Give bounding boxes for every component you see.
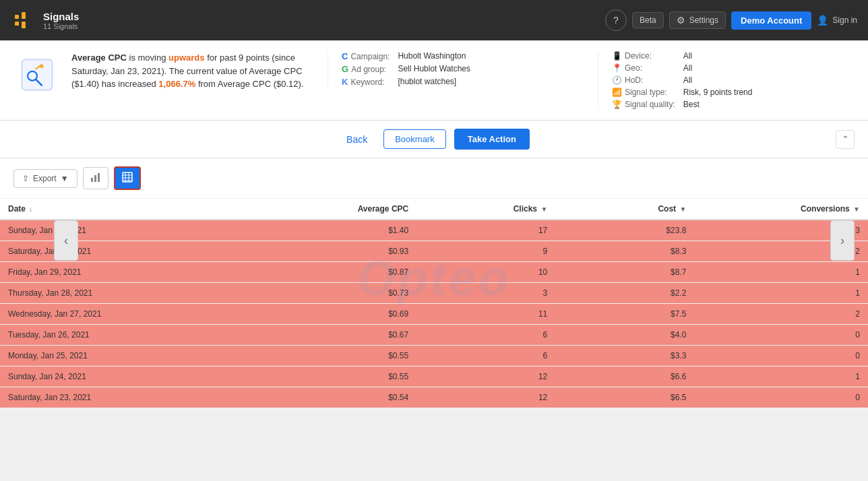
signal-moving-text: is moving (129, 53, 169, 63)
adgroup-label: G Ad group: (342, 64, 390, 74)
cell-cost: $6.6 (555, 366, 694, 387)
table-row: Saturday, Jan 30, 2021 $0.93 9 $8.3 2 (0, 241, 868, 262)
cell-clicks: 6 (416, 325, 555, 346)
bookmark-button[interactable]: Bookmark (383, 129, 446, 149)
svg-rect-0 (15, 15, 19, 19)
sort-cost-icon: ▼ (679, 205, 686, 213)
cell-conversions: 0 (694, 387, 868, 408)
signal-card: Average CPC is moving upwards for past 9… (0, 40, 868, 121)
cell-date: Tuesday, Jan 26, 2021 (0, 325, 243, 346)
keyword-icon: K (342, 77, 348, 87)
signal-type-icon: 📶 (612, 88, 622, 97)
chevron-up-icon: ⌃ (842, 134, 849, 144)
cell-date: Thursday, Jan 28, 2021 (0, 283, 243, 304)
cell-clicks: 3 (416, 283, 555, 304)
signal-type-label: 📶 Signal type: (612, 88, 675, 97)
data-table-wrapper: Date ↓ Average CPC Clicks ▼ Cost ▼ (0, 199, 868, 408)
take-action-button[interactable]: Take Action (454, 129, 530, 150)
cell-clicks: 11 (416, 304, 555, 325)
app-title-main: Signals (43, 11, 79, 22)
svg-rect-9 (94, 175, 96, 182)
signal-trend-direction: upwards (168, 53, 204, 63)
cell-clicks: 6 (416, 346, 555, 366)
chart-icon (90, 172, 101, 185)
help-button[interactable]: ? (605, 9, 627, 31)
signin-label: Sign in (832, 15, 857, 25)
cell-clicks: 12 (416, 366, 555, 387)
device-value: All (683, 51, 855, 61)
export-button[interactable]: ⇧ Export ▼ (13, 169, 78, 188)
col-header-clicks[interactable]: Clicks ▼ (416, 199, 555, 220)
export-chevron-icon: ▼ (61, 174, 69, 183)
table-row: Friday, Jan 29, 2021 $0.87 10 $8.7 1 (0, 262, 868, 283)
cell-conversions: 0 (694, 325, 868, 346)
table-row: Saturday, Jan 23, 2021 $0.54 12 $6.5 0 (0, 387, 868, 408)
hod-value: All (683, 75, 855, 85)
signal-type-value: Risk, 9 points trend (683, 88, 855, 97)
adgroup-icon: G (342, 64, 348, 74)
sort-clicks-icon: ▼ (540, 205, 547, 213)
col-header-conversions[interactable]: Conversions ▼ (694, 199, 868, 220)
cell-date: Monday, Jan 25, 2021 (0, 346, 243, 366)
cell-cost: $4.0 (555, 325, 694, 346)
svg-rect-1 (15, 22, 19, 26)
action-bar: Back Bookmark Take Action ⌃ (0, 121, 868, 158)
signal-description: Average CPC is moving upwards for past 9… (71, 51, 314, 91)
cell-date: Sunday, Jan 24, 2021 (0, 366, 243, 387)
cell-avg-cpc: $0.87 (243, 262, 417, 283)
svg-rect-2 (22, 12, 26, 19)
table-row: Sunday, Jan 31, 2021 $1.40 17 $23.8 3 (0, 220, 868, 241)
table-row: Monday, Jan 25, 2021 $0.55 6 $3.3 0 (0, 346, 868, 366)
signal-quality-label: 🏆 Signal quality: (612, 100, 675, 109)
back-button[interactable]: Back (338, 130, 375, 149)
signal-icon-wrap (13, 51, 61, 98)
user-icon: 👤 (817, 15, 828, 26)
table-icon (122, 172, 133, 185)
hod-icon: 🕐 (612, 75, 622, 85)
signal-quality-value: Best (683, 100, 855, 109)
table-body: Sunday, Jan 31, 2021 $1.40 17 $23.8 3 Sa… (0, 220, 868, 408)
export-label: Export (33, 174, 57, 183)
cell-avg-cpc: $0.55 (243, 346, 417, 366)
device-label: 📱 Device: (612, 51, 675, 61)
cell-avg-cpc: $0.69 (243, 304, 417, 325)
campaign-icon: C (342, 51, 348, 61)
chart-view-button[interactable] (83, 167, 108, 189)
table-view-button[interactable] (114, 166, 141, 190)
content-area: Opteo ⇧ Export ▼ (0, 158, 868, 408)
geo-label: 📍 Geo: (612, 63, 675, 73)
cell-avg-cpc: $0.73 (243, 283, 417, 304)
signal-quality-icon: 🏆 (612, 100, 622, 109)
prev-signal-button[interactable]: ‹ (54, 220, 78, 261)
campaign-value: Hubolt Washington (398, 51, 584, 61)
signin-button[interactable]: 👤 Sign in (817, 15, 857, 26)
logo-icon (11, 8, 35, 32)
cell-conversions: 1 (694, 283, 868, 304)
collapse-button[interactable]: ⌃ (836, 130, 855, 149)
next-signal-button[interactable]: › (830, 220, 855, 261)
signal-details: 📱 Device: All 📍 Geo: All 🕐 HoD: All 📶 Si… (598, 51, 855, 109)
cell-avg-cpc: $0.67 (243, 325, 417, 346)
cell-conversions: 0 (694, 346, 868, 366)
topnav: Signals 11 Signals ? Beta ⚙ Settings Dem… (0, 0, 868, 40)
col-header-date[interactable]: Date ↓ (0, 199, 243, 220)
settings-button[interactable]: ⚙ Settings (669, 11, 726, 29)
toolbar: ⇧ Export ▼ (0, 158, 868, 199)
keyword-value: [hublot watches] (398, 77, 584, 87)
beta-button[interactable]: Beta (632, 12, 664, 28)
cell-clicks: 12 (416, 387, 555, 408)
sort-date-icon: ↓ (29, 205, 32, 213)
account-button[interactable]: Demo Account (731, 11, 811, 30)
col-header-cost[interactable]: Cost ▼ (555, 199, 694, 220)
cell-clicks: 10 (416, 262, 555, 283)
settings-icon: ⚙ (677, 15, 685, 26)
campaign-label: C Campaign: (342, 51, 390, 61)
svg-rect-3 (22, 22, 26, 28)
cell-cost: $6.5 (555, 387, 694, 408)
cell-clicks: 17 (416, 220, 555, 241)
chevron-right-icon: › (840, 234, 844, 248)
cell-avg-cpc: $0.55 (243, 366, 417, 387)
svg-rect-8 (91, 178, 93, 182)
col-header-avg-cpc[interactable]: Average CPC (243, 199, 417, 220)
cell-avg-cpc: $0.93 (243, 241, 417, 262)
